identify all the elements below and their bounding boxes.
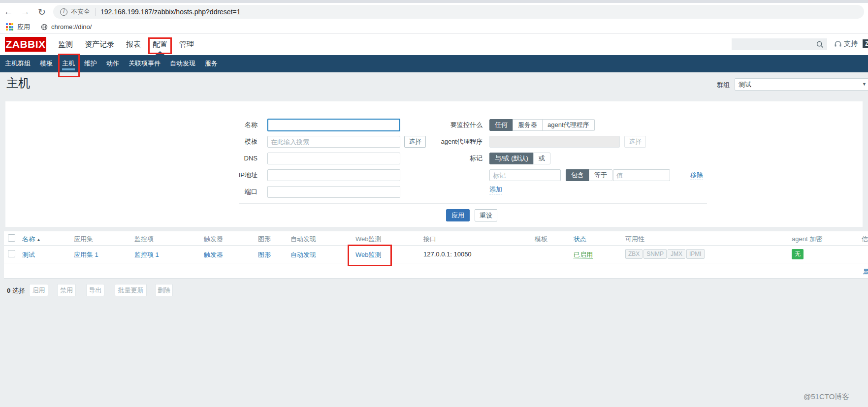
disable-button[interactable]: 禁用	[57, 284, 76, 296]
group-select[interactable]: 测试 ▼	[735, 78, 868, 91]
filter-dns-label: DNS	[5, 153, 257, 164]
browser-toolbar: ← → ↻ i 不安全 192.168.199.187/zabbix/hosts…	[0, 3, 868, 21]
col-web: Web监测	[355, 235, 382, 244]
sort-asc-icon: ▲	[36, 237, 41, 242]
screen: ← → ↻ i 不安全 192.168.199.187/zabbix/hosts…	[0, 0, 868, 407]
hosts-table: 名称▲ 应用集 监控项 触发器 图形 自动发现 Web监测 接口 模板 状态 可…	[4, 231, 868, 279]
subnav-item-discovery[interactable]: 自动发现	[170, 55, 195, 72]
omnibox[interactable]: i 不安全 192.168.199.187/zabbix/hosts.php?d…	[53, 5, 864, 19]
reset-button[interactable]: 重设	[475, 209, 497, 221]
col-interface: 接口	[423, 235, 436, 244]
items-link[interactable]: 监控项 1	[134, 250, 159, 259]
monitored-by-server[interactable]: 服务器	[513, 119, 543, 131]
applications-link[interactable]: 应用集 1	[74, 250, 98, 259]
url-text[interactable]: 192.168.199.187/zabbix/hosts.php?ddreset…	[100, 8, 241, 16]
nav-item-reports[interactable]: 报表	[126, 40, 141, 49]
tag-remove-link[interactable]: 移除	[690, 171, 703, 180]
tag-operator-contains[interactable]: 包含	[566, 169, 589, 181]
row-checkbox[interactable]	[8, 250, 15, 257]
enable-button[interactable]: 启用	[29, 284, 48, 296]
subnav-item-maintenance[interactable]: 维护	[84, 55, 97, 72]
apps-grid-icon[interactable]	[6, 23, 13, 31]
col-graphs: 图形	[258, 235, 271, 244]
col-status[interactable]: 状态	[574, 235, 586, 244]
config-submenu: 主机群组 模板 主机 维护 动作 关联项事件 自动发现 服务	[0, 55, 868, 72]
nav-item-inventory[interactable]: 资产记录	[85, 40, 114, 49]
headset-icon	[834, 40, 842, 48]
monitored-by-any[interactable]: 任何	[489, 119, 513, 131]
bookmark-dino[interactable]: chrome://dino/	[51, 23, 92, 31]
apply-button[interactable]: 应用	[446, 209, 470, 221]
submenu-pointer	[155, 51, 165, 55]
page-info-icon[interactable]: i	[60, 8, 67, 16]
group-filter-label: 群组	[717, 81, 730, 90]
filter-panel: 名称 模板 选择 DNS IP地址 端口 要监控什么 任何 服务器 agent代…	[5, 101, 863, 227]
subnav-item-actions[interactable]: 动作	[106, 55, 119, 72]
tag-name-input[interactable]	[489, 169, 561, 181]
monitored-by-label: 要监控什么	[350, 119, 482, 131]
security-label: 不安全	[71, 7, 90, 16]
browser-refresh-button[interactable]: ↻	[33, 6, 50, 18]
tag-mode-segmented: 与/或 (默认) 或	[489, 153, 550, 164]
watermark: @51CTO博客	[804, 392, 849, 402]
page-title: 主机	[6, 75, 30, 91]
tag-operator-equals[interactable]: 等于	[589, 169, 612, 181]
col-availability: 可用性	[625, 235, 644, 244]
subnav-item-hosts[interactable]: 主机	[62, 55, 75, 72]
triggers-link[interactable]: 触发器	[204, 250, 223, 259]
omnibox-divider	[95, 8, 96, 16]
col-templates: 模板	[535, 235, 547, 244]
ipmi-badge: IPMI	[686, 249, 705, 259]
support-link[interactable]: 支持	[834, 39, 858, 48]
tag-mode-and-or[interactable]: 与/或 (默认)	[489, 153, 534, 164]
zabbix-logo[interactable]: ZABBIX	[5, 37, 46, 52]
host-name-link[interactable]: 测试	[22, 250, 35, 259]
status-link[interactable]: 已启用	[574, 250, 593, 259]
col-name[interactable]: 名称▲	[22, 235, 41, 244]
filter-ip-input[interactable]	[267, 169, 400, 181]
col-discovery: 自动发现	[290, 235, 316, 244]
availability-badges: ZBXSNMPJMXIPMI	[625, 249, 706, 259]
web-link[interactable]: Web监测	[355, 250, 382, 259]
subnav-item-event-correlation[interactable]: 关联项事件	[129, 55, 161, 72]
nav-item-configuration[interactable]: 配置	[153, 40, 167, 49]
tag-add-link[interactable]: 添加	[489, 185, 502, 194]
filter-port-label: 端口	[5, 186, 257, 198]
zbx-badge: ZBX	[625, 249, 643, 259]
header-search-input[interactable]	[732, 38, 827, 50]
browser-back-button[interactable]: ←	[0, 6, 17, 17]
table-header-row: 名称▲ 应用集 监控项 触发器 图形 自动发现 Web监测 接口 模板 状态 可…	[4, 231, 868, 246]
tag-mode-or[interactable]: 或	[533, 153, 550, 164]
bookmark-apps-label[interactable]: 应用	[17, 23, 30, 31]
export-button[interactable]: 导出	[86, 284, 104, 296]
delete-button[interactable]: 删除	[155, 284, 173, 296]
subnav-item-host-groups[interactable]: 主机群组	[5, 55, 31, 72]
nav-item-monitoring[interactable]: 监测	[58, 40, 73, 49]
mass-update-button[interactable]: 批量更新	[115, 284, 147, 296]
globe-icon	[41, 24, 48, 31]
monitored-by-segmented: 任何 服务器 agent代理程序	[489, 119, 595, 131]
tags-label: 标记	[350, 153, 482, 164]
search-icon	[816, 41, 824, 48]
subnav-item-services[interactable]: 服务	[205, 55, 218, 72]
browser-forward-button[interactable]: →	[17, 6, 33, 17]
selected-count: 0 选择	[7, 286, 25, 295]
monitored-by-proxy[interactable]: agent代理程序	[542, 119, 595, 131]
select-all-checkbox[interactable]	[8, 234, 15, 242]
filter-template-label: 模板	[5, 136, 257, 148]
discovery-link[interactable]: 自动发现	[290, 250, 316, 259]
bookmarks-bar: 应用 chrome://dino/	[0, 21, 868, 33]
subnav-item-templates[interactable]: 模板	[40, 55, 53, 72]
col-items: 监控项	[134, 235, 154, 244]
nav-item-administration[interactable]: 管理	[179, 40, 194, 49]
clipped-footer-link[interactable]: 显	[863, 267, 868, 276]
share-icon[interactable]: Z	[863, 39, 868, 48]
graphs-link[interactable]: 图形	[258, 250, 271, 259]
main-menu: 监测 资产记录 报表 配置 管理	[58, 33, 194, 55]
encryption-badge-wrap: 无	[792, 249, 804, 259]
filter-divider	[239, 203, 707, 204]
filter-port-input[interactable]	[267, 186, 400, 198]
zabbix-header: ZABBIX 监测 资产记录 报表 配置 管理 支持 Z	[0, 33, 868, 55]
proxy-select-button: 选择	[624, 136, 646, 148]
tag-value-input[interactable]	[613, 169, 670, 181]
